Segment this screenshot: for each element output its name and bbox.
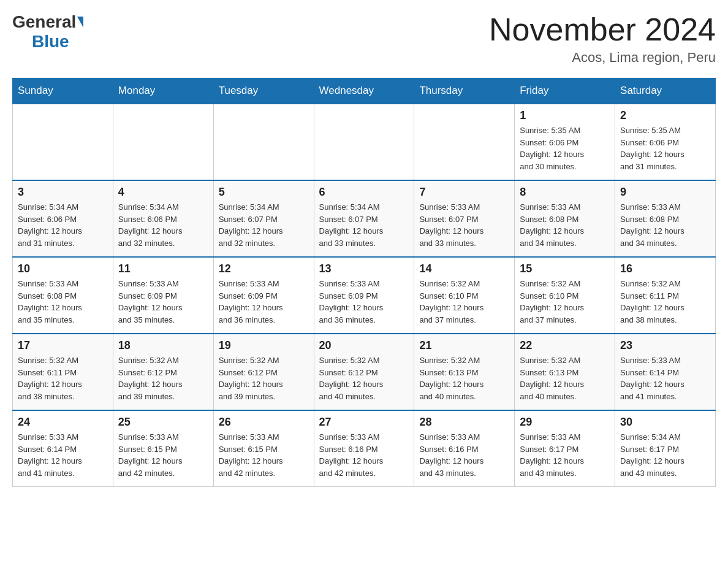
- day-number: 23: [620, 339, 710, 352]
- day-number: 1: [520, 109, 610, 122]
- calendar-week-row: 10Sunrise: 5:33 AM Sunset: 6:08 PM Dayli…: [13, 257, 716, 334]
- day-number: 18: [118, 339, 208, 352]
- calendar-day-cell: 15Sunrise: 5:32 AM Sunset: 6:10 PM Dayli…: [515, 257, 615, 334]
- day-number: 12: [219, 262, 309, 275]
- day-number: 25: [118, 416, 208, 429]
- calendar-day-cell: 10Sunrise: 5:33 AM Sunset: 6:08 PM Dayli…: [13, 257, 113, 334]
- day-info: Sunrise: 5:33 AM Sunset: 6:08 PM Dayligh…: [620, 201, 710, 249]
- calendar-day-cell: 20Sunrise: 5:32 AM Sunset: 6:12 PM Dayli…: [314, 334, 414, 410]
- title-area: November 2024 Acos, Lima region, Peru: [489, 12, 716, 66]
- day-info: Sunrise: 5:32 AM Sunset: 6:13 PM Dayligh…: [520, 354, 610, 402]
- calendar-day-cell: [213, 104, 314, 180]
- day-number: 17: [18, 339, 108, 352]
- day-number: 20: [319, 339, 409, 352]
- day-info: Sunrise: 5:34 AM Sunset: 6:07 PM Dayligh…: [319, 201, 409, 249]
- calendar-day-cell: 17Sunrise: 5:32 AM Sunset: 6:11 PM Dayli…: [13, 334, 113, 410]
- day-info: Sunrise: 5:33 AM Sunset: 6:07 PM Dayligh…: [419, 201, 509, 249]
- day-number: 5: [219, 186, 309, 199]
- day-number: 29: [520, 416, 610, 429]
- day-info: Sunrise: 5:33 AM Sunset: 6:17 PM Dayligh…: [520, 431, 610, 479]
- calendar-day-cell: 26Sunrise: 5:33 AM Sunset: 6:15 PM Dayli…: [213, 410, 314, 487]
- calendar-day-cell: 28Sunrise: 5:33 AM Sunset: 6:16 PM Dayli…: [414, 410, 515, 487]
- day-info: Sunrise: 5:32 AM Sunset: 6:11 PM Dayligh…: [620, 278, 710, 326]
- calendar-day-cell: [113, 104, 213, 180]
- calendar-day-cell: 1Sunrise: 5:35 AM Sunset: 6:06 PM Daylig…: [515, 104, 615, 180]
- day-number: 27: [319, 416, 409, 429]
- day-info: Sunrise: 5:34 AM Sunset: 6:17 PM Dayligh…: [620, 431, 710, 479]
- day-info: Sunrise: 5:33 AM Sunset: 6:16 PM Dayligh…: [419, 431, 509, 479]
- day-info: Sunrise: 5:33 AM Sunset: 6:08 PM Dayligh…: [520, 201, 610, 249]
- day-number: 9: [620, 186, 710, 199]
- day-info: Sunrise: 5:33 AM Sunset: 6:15 PM Dayligh…: [219, 431, 309, 479]
- logo-blue: Blue: [32, 32, 69, 52]
- day-number: 4: [118, 186, 208, 199]
- calendar-day-cell: 18Sunrise: 5:32 AM Sunset: 6:12 PM Dayli…: [113, 334, 213, 410]
- calendar-day-cell: 9Sunrise: 5:33 AM Sunset: 6:08 PM Daylig…: [615, 180, 716, 257]
- day-number: 10: [18, 262, 108, 275]
- day-info: Sunrise: 5:33 AM Sunset: 6:14 PM Dayligh…: [18, 431, 108, 479]
- day-number: 24: [18, 416, 108, 429]
- calendar-day-cell: 16Sunrise: 5:32 AM Sunset: 6:11 PM Dayli…: [615, 257, 716, 334]
- day-info: Sunrise: 5:33 AM Sunset: 6:09 PM Dayligh…: [118, 278, 208, 326]
- day-info: Sunrise: 5:33 AM Sunset: 6:15 PM Dayligh…: [118, 431, 208, 479]
- logo: General Blue: [12, 12, 83, 52]
- calendar-week-row: 1Sunrise: 5:35 AM Sunset: 6:06 PM Daylig…: [13, 104, 716, 180]
- day-info: Sunrise: 5:34 AM Sunset: 6:06 PM Dayligh…: [118, 201, 208, 249]
- calendar-day-cell: [13, 104, 113, 180]
- calendar-day-cell: 6Sunrise: 5:34 AM Sunset: 6:07 PM Daylig…: [314, 180, 414, 257]
- day-info: Sunrise: 5:35 AM Sunset: 6:06 PM Dayligh…: [520, 124, 610, 172]
- calendar-day-cell: 7Sunrise: 5:33 AM Sunset: 6:07 PM Daylig…: [414, 180, 515, 257]
- logo-general: General: [12, 12, 76, 32]
- day-number: 19: [219, 339, 309, 352]
- calendar-day-cell: 12Sunrise: 5:33 AM Sunset: 6:09 PM Dayli…: [213, 257, 314, 334]
- day-number: 11: [118, 262, 208, 275]
- calendar-day-cell: 22Sunrise: 5:32 AM Sunset: 6:13 PM Dayli…: [515, 334, 615, 410]
- day-number: 21: [419, 339, 509, 352]
- day-number: 7: [419, 186, 509, 199]
- day-number: 30: [620, 416, 710, 429]
- day-of-week-header: Wednesday: [314, 79, 414, 104]
- day-of-week-header: Sunday: [13, 79, 113, 104]
- calendar-day-cell: 25Sunrise: 5:33 AM Sunset: 6:15 PM Dayli…: [113, 410, 213, 487]
- calendar-day-cell: 3Sunrise: 5:34 AM Sunset: 6:06 PM Daylig…: [13, 180, 113, 257]
- calendar-day-cell: 8Sunrise: 5:33 AM Sunset: 6:08 PM Daylig…: [515, 180, 615, 257]
- day-number: 3: [18, 186, 108, 199]
- calendar-day-cell: 19Sunrise: 5:32 AM Sunset: 6:12 PM Dayli…: [213, 334, 314, 410]
- calendar-day-cell: 24Sunrise: 5:33 AM Sunset: 6:14 PM Dayli…: [13, 410, 113, 487]
- month-title: November 2024: [489, 12, 716, 47]
- day-number: 22: [520, 339, 610, 352]
- calendar-table: SundayMondayTuesdayWednesdayThursdayFrid…: [12, 78, 716, 487]
- calendar-day-cell: 27Sunrise: 5:33 AM Sunset: 6:16 PM Dayli…: [314, 410, 414, 487]
- calendar-week-row: 17Sunrise: 5:32 AM Sunset: 6:11 PM Dayli…: [13, 334, 716, 410]
- calendar-week-row: 3Sunrise: 5:34 AM Sunset: 6:06 PM Daylig…: [13, 180, 716, 257]
- day-info: Sunrise: 5:33 AM Sunset: 6:09 PM Dayligh…: [219, 278, 309, 326]
- day-number: 13: [319, 262, 409, 275]
- location-title: Acos, Lima region, Peru: [489, 50, 716, 66]
- calendar-day-cell: 29Sunrise: 5:33 AM Sunset: 6:17 PM Dayli…: [515, 410, 615, 487]
- calendar-day-cell: 2Sunrise: 5:35 AM Sunset: 6:06 PM Daylig…: [615, 104, 716, 180]
- day-info: Sunrise: 5:33 AM Sunset: 6:14 PM Dayligh…: [620, 354, 710, 402]
- calendar-day-cell: 4Sunrise: 5:34 AM Sunset: 6:06 PM Daylig…: [113, 180, 213, 257]
- calendar-day-cell: 14Sunrise: 5:32 AM Sunset: 6:10 PM Dayli…: [414, 257, 515, 334]
- calendar-week-row: 24Sunrise: 5:33 AM Sunset: 6:14 PM Dayli…: [13, 410, 716, 487]
- calendar-day-cell: 21Sunrise: 5:32 AM Sunset: 6:13 PM Dayli…: [414, 334, 515, 410]
- day-number: 8: [520, 186, 610, 199]
- day-number: 28: [419, 416, 509, 429]
- calendar-day-cell: 5Sunrise: 5:34 AM Sunset: 6:07 PM Daylig…: [213, 180, 314, 257]
- page-header: General Blue November 2024 Acos, Lima re…: [12, 12, 716, 66]
- day-info: Sunrise: 5:33 AM Sunset: 6:16 PM Dayligh…: [319, 431, 409, 479]
- day-info: Sunrise: 5:32 AM Sunset: 6:10 PM Dayligh…: [520, 278, 610, 326]
- day-info: Sunrise: 5:32 AM Sunset: 6:12 PM Dayligh…: [319, 354, 409, 402]
- day-of-week-header: Tuesday: [213, 79, 314, 104]
- day-of-week-header: Saturday: [615, 79, 716, 104]
- day-number: 14: [419, 262, 509, 275]
- calendar-day-cell: [414, 104, 515, 180]
- day-info: Sunrise: 5:34 AM Sunset: 6:06 PM Dayligh…: [18, 201, 108, 249]
- day-info: Sunrise: 5:32 AM Sunset: 6:12 PM Dayligh…: [219, 354, 309, 402]
- calendar-day-cell: 13Sunrise: 5:33 AM Sunset: 6:09 PM Dayli…: [314, 257, 414, 334]
- calendar-header-row: SundayMondayTuesdayWednesdayThursdayFrid…: [13, 79, 716, 104]
- day-info: Sunrise: 5:32 AM Sunset: 6:11 PM Dayligh…: [18, 354, 108, 402]
- day-number: 2: [620, 109, 710, 122]
- day-info: Sunrise: 5:33 AM Sunset: 6:09 PM Dayligh…: [319, 278, 409, 326]
- day-number: 26: [219, 416, 309, 429]
